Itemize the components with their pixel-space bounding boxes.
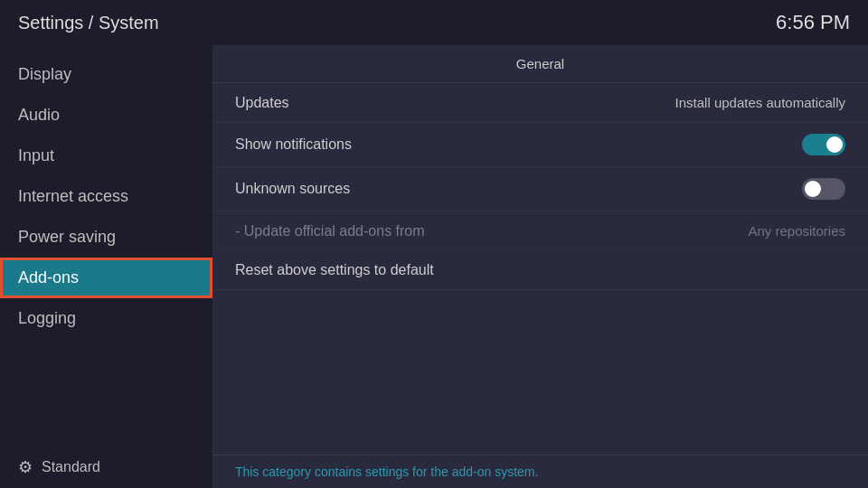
gear-icon: ⚙	[18, 457, 33, 477]
toggle-knob-unknown-sources	[805, 181, 821, 197]
toggle-knob-show-notifications	[826, 136, 843, 153]
sidebar-item-display[interactable]: Display	[0, 54, 212, 95]
content-panel: General Updates Install updates automati…	[212, 45, 868, 488]
setting-row-updates[interactable]: Updates Install updates automatically	[212, 83, 868, 123]
setting-label-update-official: - Update official add-ons from	[235, 223, 425, 239]
sidebar-item-audio[interactable]: Audio	[0, 95, 212, 136]
setting-value-update-official: Any repositories	[748, 223, 845, 239]
header: Settings / System 6:56 PM	[0, 0, 868, 45]
sidebar-item-input[interactable]: Input	[0, 136, 212, 176]
setting-row-unknown-sources[interactable]: Unknown sources	[212, 167, 868, 211]
setting-label-updates: Updates	[235, 95, 289, 111]
sidebar-label-display: Display	[18, 65, 71, 83]
sidebar-label-internet-access: Internet access	[18, 187, 128, 205]
footer: This category contains settings for the …	[212, 455, 868, 488]
section-header: General	[212, 45, 868, 83]
content-inner: General Updates Install updates automati…	[212, 45, 868, 455]
sidebar-item-power-saving[interactable]: Power saving	[0, 217, 212, 258]
setting-row-reset[interactable]: Reset above settings to default	[212, 251, 868, 290]
sidebar-label-audio: Audio	[18, 106, 60, 124]
sidebar-item-internet-access[interactable]: Internet access	[0, 176, 212, 217]
setting-value-updates: Install updates automatically	[675, 95, 845, 110]
toggle-show-notifications[interactable]	[802, 134, 845, 155]
sidebar-item-add-ons[interactable]: Add-ons	[0, 258, 212, 298]
setting-row-update-official: - Update official add-ons from Any repos…	[212, 211, 868, 251]
page-title: Settings / System	[18, 13, 159, 33]
setting-label-unknown-sources: Unknown sources	[235, 181, 350, 197]
sidebar-bottom: ⚙ Standard	[0, 446, 212, 488]
sidebar-item-logging[interactable]: Logging	[0, 298, 212, 339]
reset-label: Reset above settings to default	[235, 262, 434, 277]
clock: 6:56 PM	[776, 11, 850, 34]
sidebar: Display Audio Input Internet access Powe…	[0, 45, 212, 488]
standard-label: Standard	[42, 459, 100, 475]
sidebar-label-logging: Logging	[18, 309, 76, 327]
sidebar-label-input: Input	[18, 146, 54, 164]
sidebar-label-add-ons: Add-ons	[18, 268, 79, 286]
sidebar-label-power-saving: Power saving	[18, 228, 116, 246]
main-layout: Display Audio Input Internet access Powe…	[0, 45, 868, 488]
setting-label-show-notifications: Show notifications	[235, 136, 352, 153]
footer-text: This category contains settings for the …	[235, 465, 538, 479]
app-container: Settings / System 6:56 PM Display Audio …	[0, 0, 868, 488]
toggle-unknown-sources[interactable]	[802, 178, 845, 200]
setting-row-show-notifications[interactable]: Show notifications	[212, 123, 868, 167]
